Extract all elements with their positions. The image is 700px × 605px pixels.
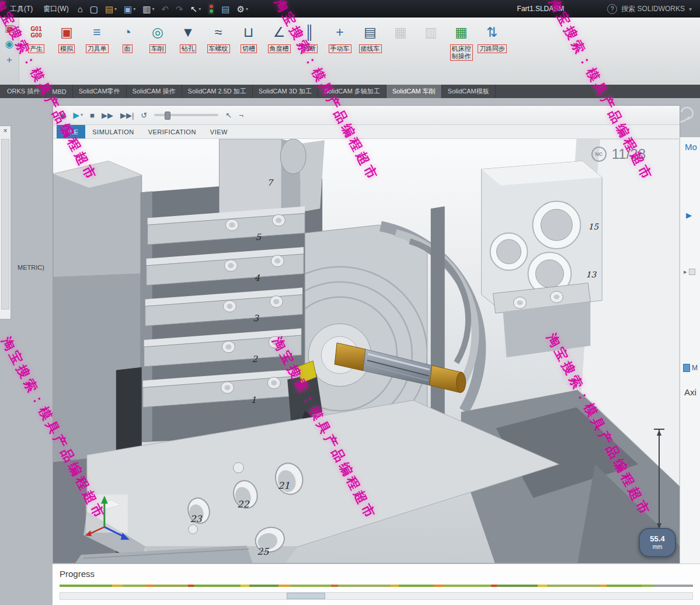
options-gear-icon[interactable]: ⚙ ▾ [234, 2, 250, 16]
evaluate-table-icon[interactable]: ▤ [219, 2, 232, 16]
machine-control-icon: ▦ [451, 22, 471, 42]
ribbon-button[interactable]: ◔ 面 [113, 20, 142, 55]
solid-bodies-icon[interactable]: ▣ [5, 23, 14, 33]
simulation-viewport[interactable]: 7 5 4 [53, 139, 680, 563]
flag-icon[interactable]: ¬ [239, 112, 243, 119]
play-button[interactable]: ▶ ▾ [73, 111, 83, 119]
right-panel-title: Mo [685, 142, 697, 152]
progress-segment [331, 585, 338, 587]
simulation-toolbar: ▣ ▶ ▾ ■ ▶▶ ▶▶| ↺ ↖ ¬ [53, 106, 680, 125]
slider-thumb[interactable] [165, 112, 170, 120]
nc-icon: NC [591, 147, 607, 162]
ribbon-button-label: 车螺纹 [207, 44, 230, 53]
face-turning-icon: ◔ [117, 22, 137, 42]
ribbon-button[interactable]: ▥ [416, 20, 445, 44]
ribbon-button[interactable]: ≈ 车螺纹 [204, 20, 233, 55]
ribbon-button[interactable]: + 手动车 [325, 20, 354, 55]
ribbon-button-label: 面 [123, 44, 133, 53]
help-icon[interactable]: ? [607, 4, 617, 14]
sim-menu-item[interactable]: VERIFICATION [141, 125, 203, 138]
ribbon-tab[interactable]: SolidCAM 3D 加工 [253, 85, 318, 98]
ribbon-button-label: 车削 [149, 44, 166, 53]
ribbon-tab[interactable]: SolidCAM 操作 [127, 85, 182, 98]
fast-forward-button[interactable]: ▶▶ [102, 112, 113, 119]
sim-menu-item[interactable]: SIMULATION [85, 125, 141, 138]
menubar-item[interactable]: 窗口(W) [39, 4, 72, 14]
ribbon-button-label: 刀具单 [86, 44, 109, 53]
search-box[interactable]: ? 搜索 SOLIDWORKS ▾ [607, 4, 692, 14]
ribbon-button-label: 手动车 [329, 44, 351, 53]
undo-icon[interactable]: ↶ [159, 2, 172, 16]
ribbon-button[interactable]: ▦ 机床控 制操作 [447, 20, 476, 62]
new-document-icon[interactable]: ▢ [88, 2, 100, 16]
collapse-caret-icon[interactable]: ▾ [689, 6, 692, 12]
progress-scrollbar[interactable] [60, 592, 693, 600]
ribbon-tab[interactable]: SolidCAM零件 [73, 85, 127, 98]
ribbon-tab[interactable]: ORKS 插件 [1, 85, 46, 98]
cutoff-icon: ║ [299, 22, 319, 42]
right-docked-panel[interactable]: Mo ▶ ▸ M Axi [680, 137, 700, 564]
simulation-speed-slider[interactable] [154, 114, 218, 116]
ribbon-button[interactable]: ▼ 钻孔 [173, 20, 203, 55]
progress-title: Progress [60, 569, 693, 579]
progress-colorline [60, 585, 693, 587]
progress-segment [153, 585, 188, 587]
close-icon[interactable]: × [0, 126, 11, 135]
ribbon-button[interactable]: ◎ 车削 [143, 20, 172, 55]
tree-expand-icon[interactable]: ▸ [684, 268, 695, 276]
stop-button[interactable]: ■ [90, 112, 95, 119]
gcode-generate-icon: G01 G00 [26, 22, 46, 42]
manual-turning-icon: + [330, 22, 350, 42]
dimension-bracket [653, 426, 666, 533]
select-cursor-icon[interactable]: ↖ ▾ [188, 2, 204, 16]
ribbon-button[interactable]: ▤ 搓线车 [356, 20, 385, 55]
drilling-icon: ▼ [178, 22, 198, 42]
menubar-item[interactable]: 工具(T) [6, 4, 37, 14]
redo-icon[interactable]: ↷ [173, 2, 186, 16]
save-icon[interactable]: ▣ ▾ [121, 2, 138, 16]
traffic-light-icon[interactable] [206, 2, 217, 16]
panel-play-icon[interactable]: ▶ [686, 211, 692, 220]
ribbon-button[interactable]: ⊔ 切槽 [234, 20, 263, 55]
ribbon-button[interactable]: ≡ 刀具单 [82, 20, 112, 55]
ribbon-button-label: 搓线车 [359, 44, 382, 53]
ribbon-tab[interactable]: SolidCAM 多轴加工 [318, 85, 386, 98]
simulate-icon: ▣ [57, 22, 76, 42]
ribbon-button[interactable]: ∠ 角度槽 [264, 20, 294, 55]
skip-to-end-button[interactable]: ▶▶| [120, 112, 134, 119]
swirl-feature-icon[interactable]: ◉ [5, 39, 14, 49]
threading-icon: ≈ [208, 22, 228, 42]
svg-text:4: 4 [255, 273, 260, 283]
axis-section-label: Axi [684, 387, 696, 397]
open-folder-icon[interactable]: ▤ ▾ [103, 2, 119, 16]
loop-button[interactable]: ↺ [141, 112, 147, 119]
scrollbar-thumb[interactable] [287, 593, 325, 599]
nc-counter-value: 11/28 [612, 146, 646, 162]
print-icon[interactable]: ▥ ▾ [140, 2, 156, 16]
cursor-mode-icon[interactable]: ↖ [225, 112, 232, 119]
progress-segment [642, 585, 653, 587]
sim-menu-item[interactable]: VIEW [203, 125, 235, 138]
ribbon-button[interactable]: ▦ [386, 20, 415, 44]
command-manager-tabs: ORKS 插件 MBD SolidCAM零件 SolidCAM 操作 Solid… [0, 85, 700, 98]
add-feature-icon[interactable]: + [6, 55, 12, 65]
progress-panel: Progress [53, 564, 700, 605]
panel-toggle-icon[interactable]: ▣ [59, 112, 66, 119]
command-ribbon: ▣ ◉ + G01 G00 产生 ▣ 模拟 ≡ [0, 18, 700, 85]
tool-list-icon: ≡ [87, 22, 107, 42]
ribbon-tab[interactable]: SolidCAM模板 [442, 85, 496, 98]
ribbon-button[interactable]: G01 G00 产生 [22, 20, 51, 55]
docked-dialog-edge[interactable]: × [0, 126, 11, 319]
ribbon-button[interactable]: ▣ 模拟 [52, 20, 81, 55]
ribbon-tab[interactable]: SolidCAM 车削 [386, 85, 442, 98]
sim-menu-item[interactable]: FILE [57, 125, 85, 138]
ribbon-button[interactable]: ║ 切断 [295, 20, 324, 55]
ribbon-tab[interactable]: SolidCAM 2.5D 加工 [182, 85, 253, 98]
play-options-caret-icon[interactable]: ▾ [81, 113, 83, 117]
home-icon[interactable]: ⌂ [75, 2, 85, 16]
ribbon-button[interactable]: ⇅ 刀路同步 [477, 20, 507, 55]
panel-doc-item[interactable]: M [683, 364, 698, 372]
machine-simulation-canvas[interactable]: 7 5 4 [53, 139, 680, 563]
ribbon-tab[interactable]: MBD [46, 85, 72, 98]
progress-segment [391, 585, 399, 587]
